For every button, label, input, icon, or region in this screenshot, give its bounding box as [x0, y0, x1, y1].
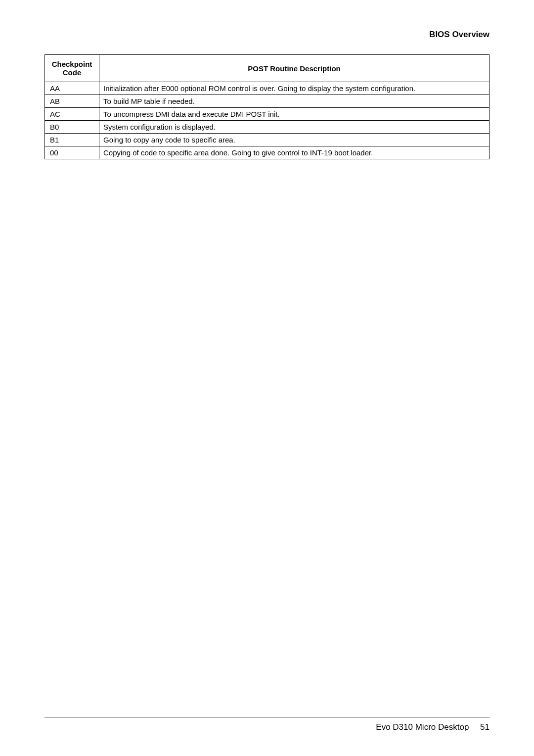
code-cell: AB: [45, 95, 99, 108]
code-cell: 00: [45, 146, 99, 159]
page-footer: Evo D310 Micro Desktop 51: [44, 717, 490, 732]
desc-cell: Copying of code to specific area done. G…: [99, 146, 490, 159]
code-cell: B0: [45, 121, 99, 134]
code-cell: AC: [45, 108, 99, 121]
table-row: 00 Copying of code to specific area done…: [45, 146, 490, 159]
code-cell: AA: [45, 82, 99, 95]
desc-cell: Initialization after E000 optional ROM c…: [99, 82, 490, 95]
header-post-description: POST Routine Description: [99, 55, 490, 82]
table-row: AB To build MP table if needed.: [45, 95, 490, 108]
desc-cell: Going to copy any code to specific area.: [99, 134, 490, 146]
table-row: AA Initialization after E000 optional RO…: [45, 82, 490, 95]
footer-page-number: 51: [480, 722, 490, 732]
section-header: BIOS Overview: [44, 30, 490, 40]
footer-product: Evo D310 Micro Desktop: [376, 722, 469, 732]
table-row: B0 System configuration is displayed.: [45, 121, 490, 134]
table-row: B1 Going to copy any code to specific ar…: [45, 134, 490, 146]
desc-cell: To build MP table if needed.: [99, 95, 490, 108]
header-checkpoint-code: Checkpoint Code: [45, 55, 99, 82]
table-header-row: Checkpoint Code POST Routine Description: [45, 55, 490, 82]
code-cell: B1: [45, 134, 99, 146]
desc-cell: To uncompress DMI data and execute DMI P…: [99, 108, 490, 121]
table-row: AC To uncompress DMI data and execute DM…: [45, 108, 490, 121]
desc-cell: System configuration is displayed.: [99, 121, 490, 134]
post-codes-table: Checkpoint Code POST Routine Description…: [44, 54, 490, 159]
